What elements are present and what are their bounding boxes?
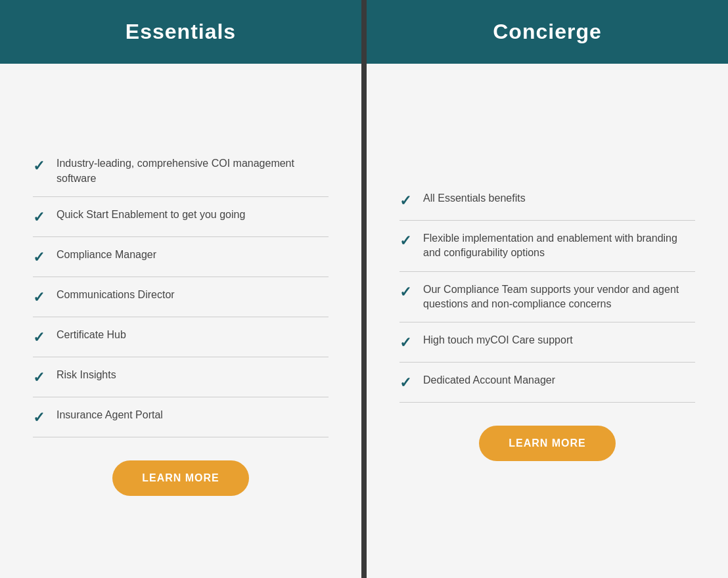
concierge-column: Concierge ✓ All Essentials benefits ✓ Fl… xyxy=(367,0,728,578)
feature-text: Industry-leading, comprehensive COI mana… xyxy=(57,156,329,186)
list-item: ✓ Certificate Hub xyxy=(33,317,329,357)
feature-text: Flexible implementation and enablement w… xyxy=(423,231,695,261)
list-item: ✓ All Essentials benefits xyxy=(399,181,695,221)
essentials-column: Essentials ✓ Industry-leading, comprehen… xyxy=(0,0,361,578)
list-item: ✓ Risk Insights xyxy=(33,357,329,397)
list-item: ✓ Industry-leading, comprehensive COI ma… xyxy=(33,146,329,197)
checkmark-icon: ✓ xyxy=(33,409,45,426)
list-item: ✓ Insurance Agent Portal xyxy=(33,397,329,437)
checkmark-icon: ✓ xyxy=(33,329,45,346)
list-item: ✓ Communications Director xyxy=(33,277,329,317)
essentials-features-list: ✓ Industry-leading, comprehensive COI ma… xyxy=(33,146,329,437)
checkmark-icon: ✓ xyxy=(399,284,411,301)
checkmark-icon: ✓ xyxy=(33,158,45,175)
feature-text: Our Compliance Team supports your vendor… xyxy=(423,282,695,312)
feature-text: Communications Director xyxy=(57,288,175,302)
essentials-header: Essentials xyxy=(0,0,361,64)
list-item: ✓ Dedicated Account Manager xyxy=(399,363,695,403)
feature-text: High touch myCOI Care support xyxy=(423,333,573,347)
checkmark-icon: ✓ xyxy=(33,209,45,226)
checkmark-icon: ✓ xyxy=(33,249,45,266)
list-item: ✓ Our Compliance Team supports your vend… xyxy=(399,272,695,323)
concierge-header: Concierge xyxy=(367,0,728,64)
feature-text: All Essentials benefits xyxy=(423,191,526,206)
list-item: ✓ Quick Start Enablement to get you goin… xyxy=(33,197,329,237)
list-item: ✓ Flexible implementation and enablement… xyxy=(399,221,695,272)
essentials-body: ✓ Industry-leading, comprehensive COI ma… xyxy=(0,64,361,578)
checkmark-icon: ✓ xyxy=(399,233,411,250)
feature-text: Certificate Hub xyxy=(57,328,126,342)
concierge-features-list: ✓ All Essentials benefits ✓ Flexible imp… xyxy=(399,181,695,403)
main-container: Essentials ✓ Industry-leading, comprehen… xyxy=(0,0,728,578)
feature-text: Insurance Agent Portal xyxy=(57,408,163,422)
feature-text: Risk Insights xyxy=(57,368,116,382)
list-item: ✓ Compliance Manager xyxy=(33,237,329,277)
checkmark-icon: ✓ xyxy=(33,289,45,306)
column-divider xyxy=(361,0,367,578)
essentials-title: Essentials xyxy=(125,20,236,43)
checkmark-icon: ✓ xyxy=(399,192,411,210)
list-item: ✓ High touch myCOI Care support xyxy=(399,322,695,363)
feature-text: Compliance Manager xyxy=(57,248,156,262)
checkmark-icon: ✓ xyxy=(399,334,411,351)
checkmark-icon: ✓ xyxy=(399,374,411,391)
checkmark-icon: ✓ xyxy=(33,369,45,386)
concierge-learn-more-button[interactable]: LEARN MORE xyxy=(479,426,616,461)
feature-text: Dedicated Account Manager xyxy=(423,373,555,388)
concierge-body: ✓ All Essentials benefits ✓ Flexible imp… xyxy=(367,64,728,578)
essentials-learn-more-button[interactable]: LEARN MORE xyxy=(112,460,249,496)
feature-text: Quick Start Enablement to get you going xyxy=(57,208,245,222)
concierge-title: Concierge xyxy=(493,20,601,43)
